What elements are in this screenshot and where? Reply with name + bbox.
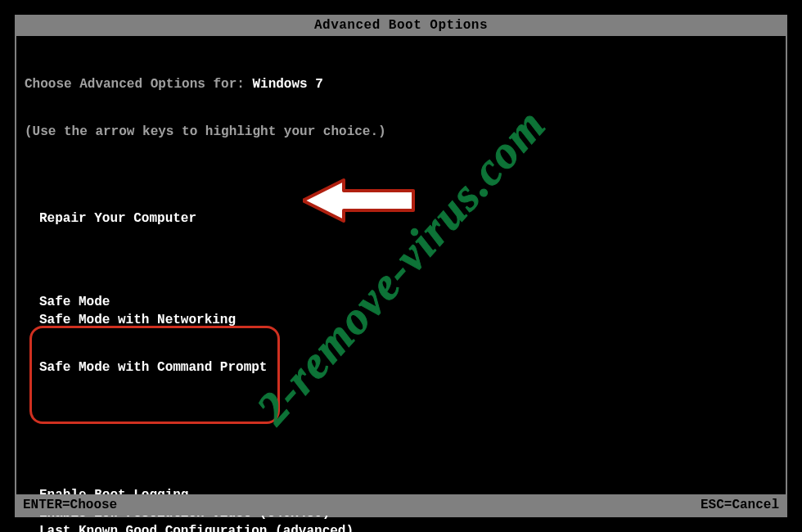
- arrow-hint: (Use the arrow keys to highlight your ch…: [25, 124, 777, 139]
- footer-enter: ENTER=Choose: [23, 498, 117, 512]
- footer-esc: ESC=Cancel: [701, 498, 779, 512]
- option-safe-mode-cmd-highlighted[interactable]: Safe Mode with Command Prompt: [39, 331, 267, 419]
- boot-options-window: Advanced Boot Options Choose Advanced Op…: [15, 15, 787, 517]
- option-safe-mode-cmd[interactable]: Safe Mode with Command Prompt: [39, 360, 267, 375]
- option-repair-computer[interactable]: Repair Your Computer: [39, 211, 196, 226]
- os-name: Windows 7: [252, 77, 322, 92]
- option-group-repair: Repair Your Computer: [39, 211, 777, 226]
- option-safe-mode-networking[interactable]: Safe Mode with Networking: [39, 313, 236, 327]
- option-group-safemode: Safe Mode Safe Mode with Networking Safe…: [39, 295, 777, 419]
- footer-bar: ENTER=Choose ESC=Cancel: [16, 494, 786, 516]
- option-last-known-good[interactable]: Last Known Good Configuration (advanced): [39, 524, 354, 532]
- choose-prefix: Choose Advanced Options for:: [25, 77, 252, 92]
- content-area: Choose Advanced Options for: Windows 7 (…: [16, 36, 786, 532]
- option-safe-mode[interactable]: Safe Mode: [39, 295, 110, 309]
- choose-prompt: Choose Advanced Options for: Windows 7: [25, 77, 777, 92]
- highlight-ring-icon: [29, 326, 280, 424]
- window-title: Advanced Boot Options: [16, 16, 786, 36]
